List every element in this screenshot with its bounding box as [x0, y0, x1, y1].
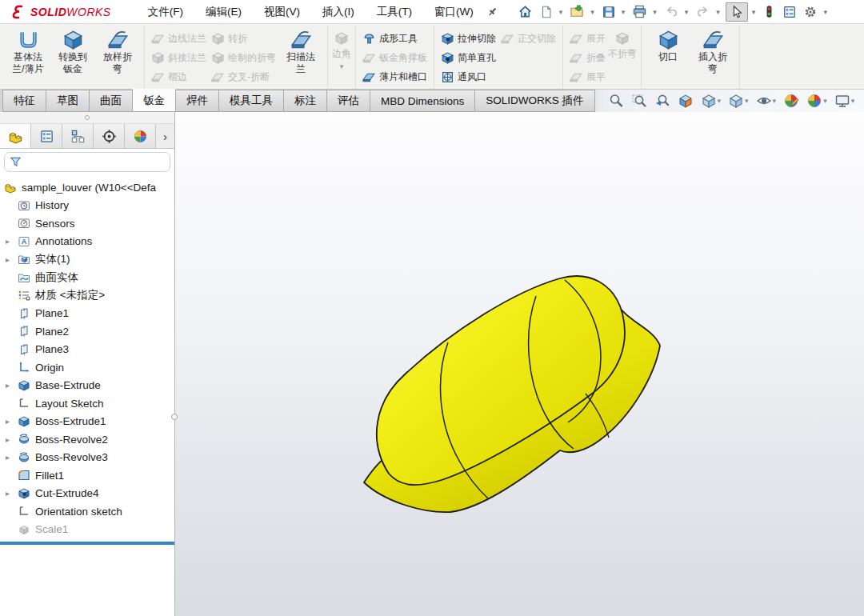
rip-button[interactable]: 切口: [646, 26, 690, 63]
hem-button[interactable]: 褶边: [149, 67, 209, 86]
apply-scene-caret[interactable]: ▾: [823, 97, 827, 105]
menu-view[interactable]: 视图(V): [264, 5, 300, 19]
options-caret[interactable]: ▾: [823, 8, 827, 16]
tree-item-boss-extrude1[interactable]: ▸ Boss-Extrude1: [0, 413, 174, 431]
previous-view-icon[interactable]: [654, 93, 670, 109]
print-caret[interactable]: ▾: [653, 8, 657, 16]
tab-features[interactable]: 特征: [2, 90, 46, 112]
new-document-button[interactable]: [538, 3, 555, 21]
expand-arrow[interactable]: ▸: [6, 255, 18, 264]
expand-arrow[interactable]: ▸: [6, 417, 18, 426]
expand-arrow[interactable]: ▸: [6, 237, 18, 246]
home-button[interactable]: [516, 2, 534, 21]
tree-item-cut-extrude4[interactable]: ▸ Cut-Extrude4: [0, 485, 174, 503]
tab-sheet-metal[interactable]: 钣金: [133, 89, 176, 112]
zoom-to-area-icon[interactable]: [631, 93, 647, 109]
splitter-handle-icon[interactable]: [85, 115, 90, 120]
jog-button[interactable]: 转折: [209, 29, 278, 48]
zoom-fit-icon[interactable]: [608, 93, 624, 109]
normal-cut-button[interactable]: 正交切除: [498, 29, 558, 48]
view-orientation-icon[interactable]: [701, 93, 717, 109]
hide-show-items-icon[interactable]: [756, 93, 772, 109]
expand-arrow[interactable]: ▸: [6, 453, 18, 462]
tab-dimxpert-manager[interactable]: [94, 124, 125, 148]
save-button[interactable]: [600, 3, 618, 21]
pin-menu-icon[interactable]: [486, 6, 498, 18]
tree-item-history[interactable]: History: [0, 197, 174, 215]
panel-tabs-overflow-chevron[interactable]: ›: [156, 124, 174, 148]
tree-item-fillet1[interactable]: Fillet1: [0, 466, 174, 485]
convert-to-sheet-metal-button[interactable]: 转换到 钣金: [50, 26, 95, 75]
tree-item-base-extrude[interactable]: ▸ Base-Extrude: [0, 377, 174, 395]
expand-arrow[interactable]: ▸: [6, 435, 18, 444]
simple-hole-button[interactable]: 简单直孔: [438, 48, 498, 67]
view-orientation-caret[interactable]: ▾: [718, 97, 722, 105]
menu-window[interactable]: 窗口(W): [434, 5, 474, 19]
vent-button[interactable]: 通风口: [438, 67, 498, 86]
select-tool-caret[interactable]: ▾: [752, 8, 756, 16]
tree-item-layout-sketch[interactable]: Layout Sketch: [0, 394, 174, 413]
apply-scene-icon[interactable]: [806, 93, 822, 109]
view-settings-caret[interactable]: ▾: [851, 97, 855, 105]
no-bends-button[interactable]: 不折弯: [608, 26, 637, 61]
print-button[interactable]: [630, 2, 649, 21]
swept-flange-button[interactable]: 扫描法 兰: [278, 26, 323, 75]
tree-item-plane2[interactable]: Plane2: [0, 322, 174, 341]
tab-surfaces[interactable]: 曲面: [90, 90, 133, 112]
display-style-caret[interactable]: ▾: [745, 97, 749, 105]
extruded-cut-button[interactable]: 拉伸切除: [438, 29, 498, 48]
lofted-bend-button[interactable]: 放样折 弯: [95, 26, 140, 75]
expand-arrow[interactable]: ▸: [6, 381, 18, 390]
open-button[interactable]: [568, 2, 586, 21]
tab-mbd-dimensions[interactable]: MBD Dimensions: [370, 90, 475, 112]
command-list-button[interactable]: [781, 3, 798, 21]
base-flange-button[interactable]: 基体法 兰/薄片: [6, 26, 50, 75]
open-caret[interactable]: ▾: [590, 8, 594, 16]
louver-3d-model[interactable]: [358, 272, 694, 528]
forming-tool-button[interactable]: 成形工具: [360, 29, 430, 48]
tab-sketch[interactable]: 草图: [46, 90, 90, 112]
tree-item-plane3[interactable]: Plane3: [0, 341, 174, 359]
tree-filter-input[interactable]: [4, 152, 170, 172]
insert-bends-button[interactable]: 插入折 弯: [690, 26, 735, 75]
new-document-caret[interactable]: ▾: [559, 8, 563, 16]
tab-feature-manager[interactable]: [0, 124, 31, 148]
menu-edit[interactable]: 编辑(E): [206, 5, 242, 19]
redo-caret[interactable]: ▾: [716, 8, 720, 16]
edge-flange-button[interactable]: 边线法兰: [149, 29, 209, 48]
display-style-icon[interactable]: [728, 93, 744, 109]
tab-display-manager[interactable]: [125, 124, 156, 148]
expand-arrow[interactable]: ▸: [6, 489, 18, 498]
tree-item-orientation-sketch[interactable]: Orientation sketch: [0, 502, 174, 521]
hide-show-items-caret[interactable]: ▾: [773, 97, 777, 105]
tab-mold-tools[interactable]: 模具工具: [219, 90, 284, 112]
menu-file[interactable]: 文件(F): [148, 5, 183, 19]
cross-break-button[interactable]: 交叉-折断: [209, 67, 278, 86]
rollback-bar[interactable]: [0, 542, 174, 545]
tree-item-annotations[interactable]: ▸ Annotations: [0, 233, 174, 251]
panel-top-splitter[interactable]: [0, 112, 174, 124]
edit-appearance-icon[interactable]: [783, 93, 799, 109]
menu-tools[interactable]: 工具(T): [377, 5, 412, 19]
unfold-button[interactable]: 展开: [567, 29, 608, 48]
section-view-icon[interactable]: [678, 93, 694, 109]
panel-resize-handle[interactable]: [171, 414, 178, 420]
tree-item-boss-revolve3[interactable]: ▸ Boss-Revolve3: [0, 449, 174, 467]
tree-item-sensors[interactable]: Sensors: [0, 214, 174, 233]
tab-property-manager[interactable]: [31, 124, 62, 148]
corner-button[interactable]: 边角 ▾: [332, 26, 351, 70]
tree-item-boss-revolve2[interactable]: ▸ Boss-Revolve2: [0, 430, 174, 449]
select-tool-button[interactable]: [726, 2, 748, 22]
tree-item-material[interactable]: 材质 <未指定>: [0, 286, 174, 305]
undo-button[interactable]: [662, 2, 681, 21]
tab-annotations[interactable]: 标注: [284, 90, 327, 112]
sketched-bend-button[interactable]: 绘制的折弯: [209, 48, 278, 67]
graphics-viewport[interactable]: [175, 112, 864, 616]
flatten-button[interactable]: 展平: [567, 67, 608, 86]
tab-evaluate[interactable]: 评估: [327, 90, 370, 112]
undo-caret[interactable]: ▾: [685, 8, 689, 16]
miter-flange-button[interactable]: 斜接法兰: [149, 48, 209, 67]
tree-item-plane1[interactable]: Plane1: [0, 305, 174, 323]
save-caret[interactable]: ▾: [622, 8, 626, 16]
corner-caret[interactable]: ▾: [340, 62, 344, 70]
